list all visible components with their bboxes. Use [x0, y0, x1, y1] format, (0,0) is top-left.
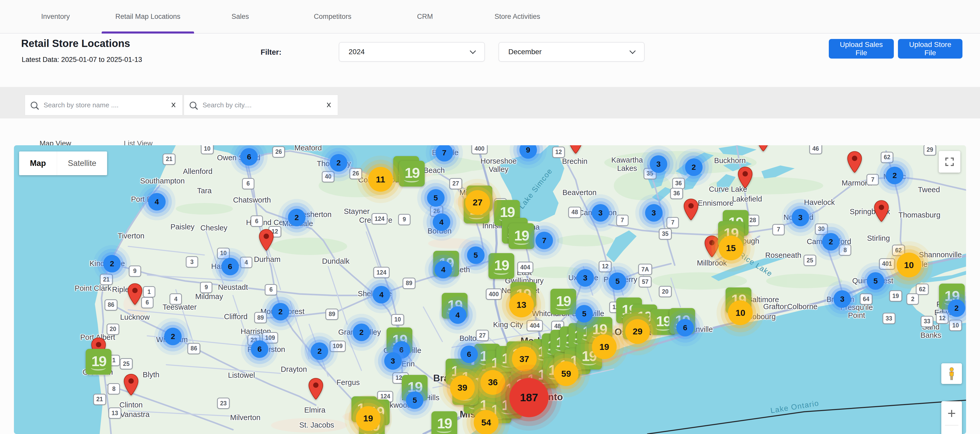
- cluster-marker-yellow[interactable]: 54: [474, 410, 498, 434]
- clear-icon[interactable]: ×: [326, 100, 332, 110]
- cluster-marker-yellow[interactable]: 19: [592, 334, 617, 359]
- pegman-button[interactable]: [941, 363, 962, 384]
- cluster-marker-blue[interactable]: 6: [676, 319, 694, 337]
- cluster-marker-blue[interactable]: 2: [164, 328, 181, 345]
- zoom-in-button[interactable]: +: [941, 401, 962, 425]
- year-select[interactable]: 2024: [339, 42, 485, 62]
- map-city-label: Roseneath: [765, 251, 801, 260]
- store-pin-icon[interactable]: [755, 145, 771, 152]
- cluster-marker-blue[interactable]: 6: [251, 340, 268, 358]
- nav-tab-sales[interactable]: Sales: [194, 0, 286, 33]
- cluster-marker-blue[interactable]: 2: [330, 154, 347, 172]
- cluster-marker-blue[interactable]: 2: [288, 209, 305, 226]
- store-pin-icon[interactable]: [308, 377, 324, 400]
- cluster-marker-blue[interactable]: 5: [427, 189, 445, 207]
- cluster-marker-red[interactable]: 187: [509, 378, 549, 417]
- store-marker[interactable]: 19: [488, 253, 514, 279]
- cluster-marker-blue[interactable]: 4: [148, 193, 165, 211]
- store-pin-icon[interactable]: [258, 229, 274, 251]
- month-select[interactable]: December: [498, 42, 644, 62]
- cluster-marker-blue[interactable]: 3: [792, 209, 809, 226]
- cluster-marker-yellow[interactable]: 29: [625, 319, 650, 344]
- cluster-marker-yellow[interactable]: 10: [897, 253, 921, 277]
- cluster-marker-yellow[interactable]: 10: [728, 300, 752, 325]
- cluster-marker-blue[interactable]: 6: [460, 345, 478, 363]
- cluster-marker-blue[interactable]: 4: [434, 261, 452, 278]
- cluster-marker-blue[interactable]: 3: [645, 204, 663, 222]
- cluster-marker-blue[interactable]: 7: [436, 145, 453, 162]
- cluster-marker-blue[interactable]: 7: [535, 232, 553, 249]
- cluster-marker-blue[interactable]: 3: [834, 290, 851, 308]
- cluster-marker-blue[interactable]: 2: [311, 342, 328, 360]
- cluster-marker-blue[interactable]: 9: [519, 145, 537, 159]
- cluster-marker-blue[interactable]: 2: [353, 324, 370, 341]
- cluster-marker-blue[interactable]: 5: [867, 272, 884, 290]
- cluster-marker-blue[interactable]: 5: [406, 391, 423, 409]
- store-pin-icon[interactable]: [127, 283, 143, 305]
- cluster-marker-blue[interactable]: 5: [467, 246, 485, 264]
- cluster-marker-blue[interactable]: 2: [948, 299, 965, 317]
- map-canvas[interactable]: SouthamptonPort ElginAllenfordTaraOwen S…: [14, 145, 966, 434]
- cluster-marker-blue[interactable]: 3: [576, 269, 594, 287]
- cluster-marker-blue[interactable]: 2: [886, 167, 904, 184]
- map-type-satellite-button[interactable]: Satellite: [57, 151, 107, 175]
- cluster-marker-yellow[interactable]: 27: [465, 190, 490, 215]
- fullscreen-button[interactable]: [939, 151, 960, 173]
- store-pin-icon[interactable]: [846, 151, 862, 173]
- map-city-label: Buckhorn: [714, 157, 746, 165]
- nav-tab-crm[interactable]: CRM: [379, 0, 471, 33]
- map-marker-layer: SouthamptonPort ElginAllenfordTaraOwen S…: [14, 145, 966, 434]
- cluster-marker-blue[interactable]: 6: [240, 148, 258, 166]
- nav-tab-inventory[interactable]: Inventory: [9, 0, 102, 33]
- cluster-marker-blue[interactable]: 4: [449, 306, 466, 324]
- road-shield: 7: [772, 224, 785, 235]
- nav-tab-store-activities[interactable]: Store Activities: [471, 0, 563, 33]
- cluster-marker-yellow[interactable]: 37: [512, 347, 537, 371]
- cluster-marker-blue[interactable]: 2: [685, 159, 703, 176]
- store-marker[interactable]: 19: [550, 289, 576, 315]
- cluster-marker-yellow[interactable]: 13: [509, 293, 534, 317]
- store-pin-icon[interactable]: [683, 199, 699, 221]
- map-city-label: Blyth: [143, 371, 159, 379]
- city-search-input[interactable]: [202, 101, 326, 110]
- cluster-marker-blue[interactable]: 3: [592, 204, 609, 222]
- store-marker[interactable]: 19: [509, 223, 535, 249]
- cluster-marker-yellow[interactable]: 39: [450, 375, 475, 400]
- zoom-out-button[interactable]: −: [941, 426, 962, 434]
- map-city-label: Stayner: [344, 207, 369, 216]
- road-shield: 21: [93, 394, 106, 405]
- clear-icon[interactable]: ×: [171, 100, 176, 110]
- nav-tab-competitors[interactable]: Competitors: [286, 0, 379, 33]
- store-pin-icon[interactable]: [123, 374, 139, 396]
- cluster-marker-blue[interactable]: 2: [103, 255, 121, 272]
- cluster-marker-yellow[interactable]: 36: [480, 370, 505, 395]
- cluster-marker-blue[interactable]: 4: [433, 213, 450, 231]
- upload-sales-file-button[interactable]: Upload Sales File: [829, 39, 894, 59]
- cluster-marker-yellow[interactable]: 15: [719, 235, 743, 260]
- store-pin-icon[interactable]: [873, 200, 889, 223]
- map-type-map-button[interactable]: Map: [19, 151, 57, 175]
- cluster-marker-yellow[interactable]: 19: [356, 406, 380, 431]
- store-pin-icon[interactable]: [568, 145, 584, 154]
- map-city-label: Shannonville: [919, 251, 962, 259]
- cluster-marker-blue[interactable]: 4: [372, 286, 390, 304]
- store-marker[interactable]: 19: [399, 161, 425, 186]
- nav-tab-retail-map-locations[interactable]: Retail Map Locations: [102, 0, 194, 33]
- cluster-marker-blue[interactable]: 3: [650, 155, 667, 173]
- store-marker[interactable]: 19: [86, 349, 111, 375]
- cluster-marker-blue[interactable]: 3: [384, 352, 402, 370]
- store-search-input[interactable]: [43, 101, 170, 110]
- store-pin-icon[interactable]: [704, 235, 720, 258]
- cluster-marker-blue[interactable]: 2: [822, 233, 840, 251]
- cluster-marker-blue[interactable]: 2: [272, 303, 289, 321]
- cluster-marker-yellow[interactable]: 11: [368, 167, 393, 192]
- store-marker[interactable]: 19: [431, 411, 457, 434]
- store-badge: 19: [656, 313, 670, 329]
- upload-store-file-button[interactable]: Upload Store File: [898, 39, 963, 59]
- cluster-marker-blue[interactable]: 5: [609, 272, 626, 290]
- store-pin-icon[interactable]: [737, 166, 753, 189]
- cluster-marker-blue[interactable]: 5: [576, 305, 593, 323]
- map-city-label: Point Clark: [75, 285, 111, 293]
- cluster-marker-yellow[interactable]: 59: [554, 361, 579, 386]
- cluster-marker-blue[interactable]: 6: [221, 258, 239, 275]
